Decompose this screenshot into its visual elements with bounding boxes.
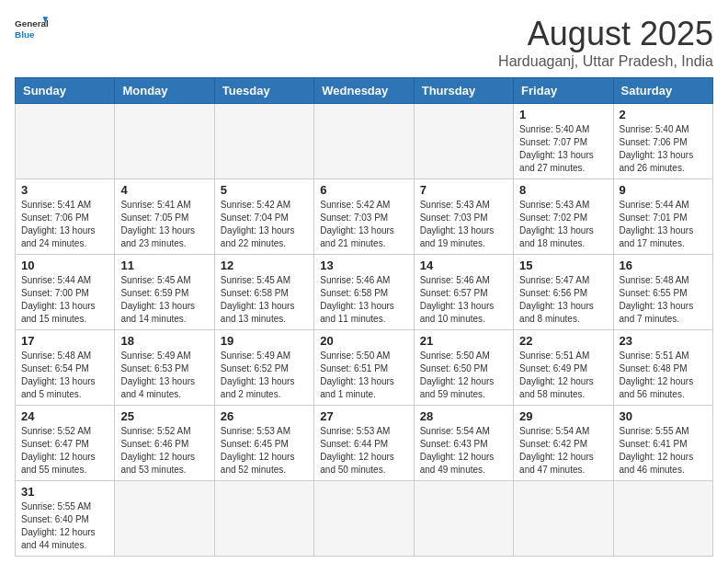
calendar-cell: 17Sunrise: 5:48 AM Sunset: 6:54 PM Dayli…: [16, 330, 115, 406]
day-info: Sunrise: 5:55 AM Sunset: 6:40 PM Dayligh…: [21, 500, 108, 552]
calendar-cell: [414, 104, 513, 179]
calendar-cell: 10Sunrise: 5:44 AM Sunset: 7:00 PM Dayli…: [16, 255, 115, 330]
day-number: 13: [320, 259, 407, 272]
calendar-cell: [115, 481, 214, 557]
day-info: Sunrise: 5:47 AM Sunset: 6:56 PM Dayligh…: [519, 274, 607, 326]
day-info: Sunrise: 5:43 AM Sunset: 7:02 PM Dayligh…: [519, 199, 607, 250]
week-row-3: 10Sunrise: 5:44 AM Sunset: 7:00 PM Dayli…: [16, 255, 713, 330]
day-info: Sunrise: 5:48 AM Sunset: 6:55 PM Dayligh…: [620, 274, 707, 326]
calendar-cell: 19Sunrise: 5:49 AM Sunset: 6:52 PM Dayli…: [214, 330, 313, 406]
day-info: Sunrise: 5:44 AM Sunset: 7:00 PM Dayligh…: [21, 274, 108, 326]
day-info: Sunrise: 5:40 AM Sunset: 7:07 PM Dayligh…: [519, 123, 607, 175]
calendar-cell: 6Sunrise: 5:42 AM Sunset: 7:03 PM Daylig…: [314, 179, 414, 255]
day-info: Sunrise: 5:51 AM Sunset: 6:48 PM Dayligh…: [620, 350, 707, 401]
day-number: 16: [620, 259, 707, 272]
calendar-cell: 26Sunrise: 5:53 AM Sunset: 6:45 PM Dayli…: [214, 406, 313, 481]
calendar-cell: 1Sunrise: 5:40 AM Sunset: 7:07 PM Daylig…: [514, 104, 613, 179]
day-info: Sunrise: 5:48 AM Sunset: 6:54 PM Dayligh…: [21, 350, 108, 401]
calendar-cell: 31Sunrise: 5:55 AM Sunset: 6:40 PM Dayli…: [16, 481, 115, 557]
day-number: 8: [519, 183, 607, 197]
calendar-cell: 14Sunrise: 5:46 AM Sunset: 6:57 PM Dayli…: [414, 255, 513, 330]
calendar-cell: 13Sunrise: 5:46 AM Sunset: 6:58 PM Dayli…: [314, 255, 414, 330]
day-number: 28: [420, 409, 507, 423]
day-number: 10: [21, 259, 108, 272]
calendar-cell: [613, 481, 712, 557]
header: General Blue August 2025 Harduaganj, Utt…: [15, 15, 713, 70]
day-info: Sunrise: 5:53 AM Sunset: 6:44 PM Dayligh…: [320, 425, 407, 477]
day-number: 18: [120, 334, 208, 348]
calendar-cell: 7Sunrise: 5:43 AM Sunset: 7:03 PM Daylig…: [414, 179, 513, 255]
day-info: Sunrise: 5:49 AM Sunset: 6:52 PM Dayligh…: [221, 350, 308, 401]
day-info: Sunrise: 5:53 AM Sunset: 6:45 PM Dayligh…: [221, 425, 308, 477]
calendar-cell: 11Sunrise: 5:45 AM Sunset: 6:59 PM Dayli…: [115, 255, 214, 330]
calendar-cell: 28Sunrise: 5:54 AM Sunset: 6:43 PM Dayli…: [414, 406, 513, 481]
week-row-5: 24Sunrise: 5:52 AM Sunset: 6:47 PM Dayli…: [16, 406, 713, 481]
calendar-cell: 12Sunrise: 5:45 AM Sunset: 6:58 PM Dayli…: [214, 255, 313, 330]
calendar-cell: [514, 481, 613, 557]
calendar-cell: 30Sunrise: 5:55 AM Sunset: 6:41 PM Dayli…: [613, 406, 712, 481]
calendar-cell: 25Sunrise: 5:52 AM Sunset: 6:46 PM Dayli…: [115, 406, 214, 481]
calendar-cell: 3Sunrise: 5:41 AM Sunset: 7:06 PM Daylig…: [16, 179, 115, 255]
day-number: 3: [21, 183, 108, 197]
week-row-2: 3Sunrise: 5:41 AM Sunset: 7:06 PM Daylig…: [16, 179, 713, 255]
day-info: Sunrise: 5:43 AM Sunset: 7:03 PM Dayligh…: [420, 199, 507, 250]
day-number: 14: [420, 259, 507, 272]
calendar-cell: 15Sunrise: 5:47 AM Sunset: 6:56 PM Dayli…: [514, 255, 613, 330]
svg-text:General: General: [15, 18, 48, 29]
day-number: 4: [120, 183, 208, 197]
calendar-cell: 29Sunrise: 5:54 AM Sunset: 6:42 PM Dayli…: [514, 406, 613, 481]
day-info: Sunrise: 5:40 AM Sunset: 7:06 PM Dayligh…: [620, 123, 707, 175]
day-info: Sunrise: 5:44 AM Sunset: 7:01 PM Dayligh…: [620, 199, 707, 250]
day-number: 23: [620, 334, 707, 348]
week-row-4: 17Sunrise: 5:48 AM Sunset: 6:54 PM Dayli…: [16, 330, 713, 406]
day-info: Sunrise: 5:45 AM Sunset: 6:59 PM Dayligh…: [120, 274, 208, 326]
month-title: August 2025: [498, 15, 713, 53]
day-number: 5: [221, 183, 308, 197]
day-number: 30: [620, 409, 707, 423]
day-number: 21: [420, 334, 507, 348]
day-number: 9: [620, 183, 707, 197]
calendar-cell: 27Sunrise: 5:53 AM Sunset: 6:44 PM Dayli…: [314, 406, 414, 481]
day-number: 24: [21, 409, 108, 423]
generalblue-logo-icon: General Blue: [15, 15, 48, 40]
week-row-6: 31Sunrise: 5:55 AM Sunset: 6:40 PM Dayli…: [16, 481, 713, 557]
day-info: Sunrise: 5:42 AM Sunset: 7:03 PM Dayligh…: [320, 199, 407, 250]
day-number: 27: [320, 409, 407, 423]
calendar-cell: 18Sunrise: 5:49 AM Sunset: 6:53 PM Dayli…: [115, 330, 214, 406]
day-info: Sunrise: 5:52 AM Sunset: 6:46 PM Dayligh…: [120, 425, 208, 477]
day-info: Sunrise: 5:42 AM Sunset: 7:04 PM Dayligh…: [221, 199, 308, 250]
weekday-header-sunday: Sunday: [16, 78, 115, 104]
day-info: Sunrise: 5:50 AM Sunset: 6:51 PM Dayligh…: [320, 350, 407, 401]
title-area: August 2025 Harduaganj, Uttar Pradesh, I…: [498, 15, 713, 70]
day-info: Sunrise: 5:46 AM Sunset: 6:58 PM Dayligh…: [320, 274, 407, 326]
weekday-header-tuesday: Tuesday: [214, 78, 313, 104]
day-info: Sunrise: 5:50 AM Sunset: 6:50 PM Dayligh…: [420, 350, 507, 401]
weekday-header-monday: Monday: [115, 78, 214, 104]
day-info: Sunrise: 5:54 AM Sunset: 6:42 PM Dayligh…: [519, 425, 607, 477]
calendar-cell: 8Sunrise: 5:43 AM Sunset: 7:02 PM Daylig…: [514, 179, 613, 255]
calendar-cell: [314, 481, 414, 557]
day-number: 6: [320, 183, 407, 197]
day-number: 1: [519, 108, 607, 121]
calendar-cell: 5Sunrise: 5:42 AM Sunset: 7:04 PM Daylig…: [214, 179, 313, 255]
day-info: Sunrise: 5:45 AM Sunset: 6:58 PM Dayligh…: [221, 274, 308, 326]
day-info: Sunrise: 5:55 AM Sunset: 6:41 PM Dayligh…: [620, 425, 707, 477]
day-number: 31: [21, 485, 108, 499]
day-number: 7: [420, 183, 507, 197]
weekday-header-wednesday: Wednesday: [314, 78, 414, 104]
calendar-cell: 21Sunrise: 5:50 AM Sunset: 6:50 PM Dayli…: [414, 330, 513, 406]
day-number: 17: [21, 334, 108, 348]
day-info: Sunrise: 5:51 AM Sunset: 6:49 PM Dayligh…: [519, 350, 607, 401]
weekday-header-saturday: Saturday: [613, 78, 712, 104]
day-number: 12: [221, 259, 308, 272]
calendar-cell: [214, 481, 313, 557]
svg-text:Blue: Blue: [15, 29, 35, 40]
calendar-table: SundayMondayTuesdayWednesdayThursdayFrid…: [15, 77, 713, 557]
day-number: 22: [519, 334, 607, 348]
day-info: Sunrise: 5:49 AM Sunset: 6:53 PM Dayligh…: [120, 350, 208, 401]
day-number: 29: [519, 409, 607, 423]
day-number: 11: [120, 259, 208, 272]
calendar-cell: [414, 481, 513, 557]
day-info: Sunrise: 5:41 AM Sunset: 7:05 PM Dayligh…: [120, 199, 208, 250]
day-number: 20: [320, 334, 407, 348]
